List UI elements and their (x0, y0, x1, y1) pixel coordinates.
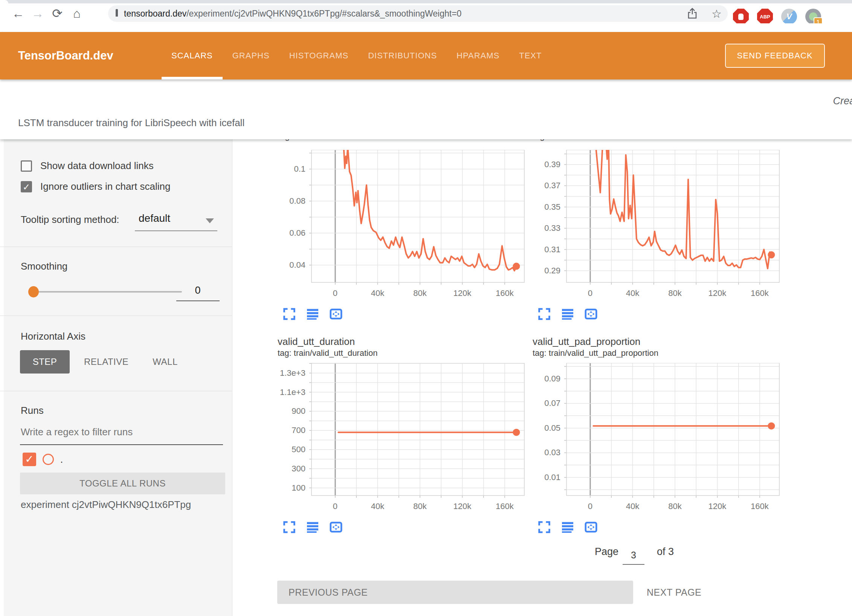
y-axis-tick-label: 0.06 (266, 228, 305, 238)
x-axis-tick-label: 120k (447, 288, 477, 298)
tab-graphs[interactable]: GRAPHS (232, 32, 270, 79)
adblocker-hand-extension-icon[interactable] (733, 8, 750, 25)
toggle-y-axis-icon[interactable] (305, 306, 320, 322)
tab-hparams[interactable]: HPARAMS (457, 32, 499, 79)
page-number-underline (623, 564, 644, 565)
expand-chart-icon[interactable] (537, 520, 552, 535)
tooltip-sorting-underline (135, 230, 217, 231)
y-axis-tick-label: 1.1e+3 (266, 387, 305, 397)
tensorboard-logo: TensorBoard.dev (18, 32, 113, 79)
x-axis-tick-label: 0 (320, 502, 350, 511)
toggle-y-axis-icon[interactable] (560, 520, 575, 535)
reload-icon[interactable]: ⟳ (47, 5, 67, 23)
page-number-input[interactable]: 3 (623, 550, 644, 561)
expand-chart-icon[interactable] (282, 306, 297, 322)
v-extension-icon[interactable]: V (781, 8, 798, 25)
chart-actions (282, 520, 344, 535)
toggle-y-axis-icon[interactable] (305, 520, 320, 535)
ignore-outliers-checkbox-row[interactable]: ✓ Ignore outliers in chart scaling (21, 181, 170, 192)
fit-domain-icon[interactable] (583, 306, 599, 322)
toggle-y-axis-icon[interactable] (560, 306, 575, 322)
x-axis-tick-label: 40k (617, 502, 647, 511)
tensorboard-appbar: TensorBoard.dev SCALARS GRAPHS HISTOGRAM… (0, 32, 852, 79)
share-icon[interactable] (687, 5, 702, 23)
chart-top-left: 0.040.060.080.1040k80k120k160k (266, 150, 530, 282)
axis-step-button[interactable]: STEP (20, 350, 70, 374)
previous-page-button[interactable]: PREVIOUS PAGE (277, 581, 633, 604)
axis-relative-button[interactable]: RELATIVE (84, 357, 128, 367)
line-chart-svg (563, 363, 782, 499)
expand-chart-icon[interactable] (282, 520, 297, 535)
tab-text[interactable]: TEXT (519, 32, 542, 79)
y-axis-tick-label: 300 (266, 464, 305, 474)
bookmark-star-icon[interactable]: ☆ (712, 7, 722, 20)
next-page-button[interactable]: NEXT PAGE (647, 581, 701, 604)
y-axis-tick-label: 0.29 (521, 266, 560, 276)
abp-extension-icon[interactable]: ABP (757, 8, 774, 25)
tab-scalars[interactable]: SCALARS (171, 32, 213, 79)
x-axis-tick-label: 80k (660, 288, 690, 298)
y-axis-tick-label: 0.09 (521, 374, 560, 384)
chart-plot-area[interactable] (566, 363, 779, 496)
back-icon[interactable]: ← (8, 5, 28, 23)
tab-distributions[interactable]: DISTRIBUTIONS (368, 32, 437, 79)
smoothing-slider-track[interactable] (32, 291, 182, 293)
smoothing-value-input[interactable]: 0 (177, 285, 218, 296)
chart-plot-area[interactable] (566, 150, 779, 282)
x-axis-tick-label: 80k (405, 502, 435, 511)
tooltip-sorting-select[interactable]: default (139, 212, 170, 224)
run-checkbox-checked-icon[interactable]: ✓ (23, 453, 36, 466)
send-feedback-button[interactable]: SEND FEEDBACK (725, 44, 825, 68)
x-axis-tick-label: 120k (447, 502, 477, 511)
fit-domain-icon[interactable] (583, 520, 599, 535)
chart-title: valid_utt_duration (278, 336, 530, 348)
x-axis-tick-label: 40k (362, 288, 392, 298)
checkbox-checked-icon[interactable]: ✓ (21, 181, 32, 192)
browser-tab-strip (0, 0, 852, 3)
axis-wall-button[interactable]: WALL (153, 357, 177, 367)
created-text-clipped: Crea (833, 95, 852, 107)
tooltip-sorting-label: Tooltip sorting method: (21, 214, 119, 226)
sidebar-divider (0, 247, 232, 247)
tab-histograms[interactable]: HISTOGRAMS (289, 32, 349, 79)
fit-domain-icon[interactable] (328, 520, 344, 535)
cookie-extension-icon[interactable] (830, 8, 847, 25)
run-list-item: ✓ . (23, 453, 63, 466)
home-icon[interactable]: ⌂ (67, 5, 87, 23)
fit-domain-icon[interactable] (328, 306, 344, 322)
x-axis-tick-label: 80k (405, 288, 435, 298)
chart-plot-area[interactable] (311, 150, 524, 282)
appbar-nav: SCALARS GRAPHS HISTOGRAMS DISTRIBUTIONS … (171, 32, 542, 79)
y-axis-tick-label: 0.31 (521, 245, 560, 255)
show-download-links-checkbox-row[interactable]: Show data download links (21, 160, 154, 172)
runs-filter-input[interactable]: Write a regex to filter runs (21, 426, 133, 438)
y-axis-tick-label: 1.3e+3 (266, 368, 305, 378)
horizontal-axis-label: Horizontal Axis (21, 331, 86, 342)
checkbox-unchecked-icon[interactable] (21, 160, 32, 172)
runs-filter-underline (20, 444, 223, 445)
y-axis-tick-label: 500 (266, 445, 305, 454)
chevron-down-icon[interactable] (206, 218, 214, 223)
pagination-total: of 3 (657, 546, 674, 558)
settings-sidebar: Show data download links ✓ Ignore outlie… (0, 139, 232, 616)
browser-chrome: ← → ⟳ ⌂ tensorboard.dev/experiment/cj2vt… (0, 0, 852, 23)
address-bar[interactable]: tensorboard.dev/experiment/cj2vtPiwQHKN9… (108, 5, 728, 22)
active-tab-corner (0, 0, 8, 3)
forward-icon[interactable]: → (28, 5, 47, 23)
smoothing-slider-thumb[interactable] (28, 286, 39, 297)
sidebar-divider (0, 391, 232, 391)
toggle-all-runs-button[interactable]: TOGGLE ALL RUNS (20, 473, 225, 494)
clipped-chart-tag-right: tag: train/… (533, 139, 695, 142)
privacy-dot-extension-icon[interactable]: 1 (805, 8, 822, 25)
x-axis-tick-label: 160k (745, 502, 775, 511)
x-axis-tick-label: 0 (575, 288, 605, 298)
expand-chart-icon[interactable] (537, 306, 552, 322)
chart-plot-area[interactable] (311, 363, 524, 496)
run-color-circle-icon[interactable] (43, 454, 54, 465)
chart-actions (537, 306, 599, 322)
y-axis-tick-label: 0.01 (521, 473, 560, 482)
x-axis-tick-label: 40k (617, 288, 647, 298)
y-axis-tick-label: 900 (266, 406, 305, 416)
y-axis-tick-label: 0.05 (521, 423, 560, 433)
x-axis-tick-label: 120k (702, 502, 732, 511)
